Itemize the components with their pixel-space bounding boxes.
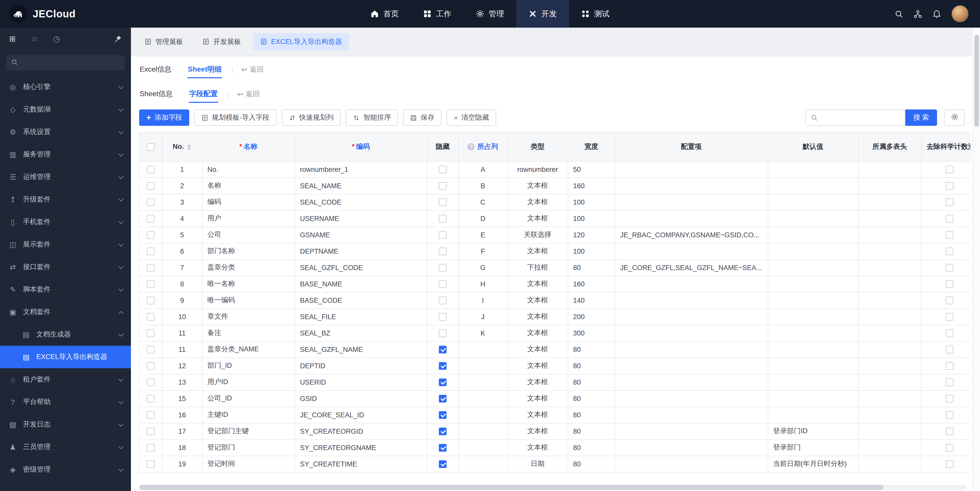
hidden-checkbox[interactable] — [439, 411, 447, 419]
horizontal-scrollbar[interactable] — [139, 485, 967, 490]
row-select-checkbox[interactable] — [147, 297, 155, 304]
sci-notation-checkbox[interactable] — [945, 280, 953, 288]
table-row[interactable]: 1No.rownumberer_1Arownumberer50 — [140, 161, 971, 178]
table-row[interactable]: 3编码SEAL_CODEC文本框100 — [140, 194, 971, 210]
sidebar-search[interactable] — [6, 55, 125, 71]
sci-notation-checkbox[interactable] — [945, 346, 953, 353]
tab-dev-board[interactable]: 开发展板 — [196, 33, 248, 50]
table-row[interactable]: 16主键IDJE_CORE_SEAL_ID文本框80 — [140, 407, 971, 423]
row-select-checkbox[interactable] — [147, 411, 155, 419]
nav-item-1[interactable]: 工作 — [411, 0, 464, 28]
user-avatar[interactable] — [951, 5, 969, 22]
vertical-scrollbar[interactable] — [972, 28, 980, 491]
row-select-checkbox[interactable] — [147, 362, 155, 370]
table-settings-button[interactable] — [944, 110, 965, 126]
sidebar-item-10[interactable]: ▣文档套件 — [0, 301, 131, 323]
sidebar-item-8[interactable]: ⇄接口套件 — [0, 256, 131, 278]
select-all-checkbox[interactable] — [147, 143, 155, 151]
table-row[interactable]: 13用户IDUSERID文本框80 — [140, 374, 971, 390]
sidebar-item-0[interactable]: ◎核心引擎 — [0, 76, 131, 98]
sidebar-item-15[interactable]: ▧开发日志 — [0, 413, 131, 436]
sci-notation-checkbox[interactable] — [945, 231, 953, 239]
table-row[interactable]: 8唯一名称BASE_NAMEH文本框160 — [140, 276, 971, 292]
nav-item-0[interactable]: 首页 — [358, 0, 411, 28]
row-select-checkbox[interactable] — [147, 280, 155, 288]
sci-notation-checkbox[interactable] — [945, 329, 953, 337]
search-icon[interactable] — [894, 10, 903, 18]
sidebar-item-14[interactable]: ?平台帮助 — [0, 391, 131, 413]
table-row[interactable]: 5公司GSNAMEE关联选择120JE_RBAC_COMPANY,GSNAME~… — [140, 227, 971, 243]
add-field-button[interactable]: + 添加字段 — [139, 110, 189, 126]
tab-field-config[interactable]: 字段配置 — [188, 84, 218, 104]
sidebar-item-16[interactable]: ♟三员管理 — [0, 436, 131, 458]
hidden-checkbox[interactable] — [439, 182, 447, 190]
sci-notation-checkbox[interactable] — [945, 313, 953, 321]
sci-notation-checkbox[interactable] — [945, 411, 953, 419]
app-logo[interactable]: JECloud — [0, 5, 131, 23]
plan-template-import-button[interactable]: 规划模板-导入字段 — [195, 110, 277, 126]
sci-notation-checkbox[interactable] — [945, 182, 953, 190]
sci-notation-checkbox[interactable] — [945, 427, 953, 435]
row-select-checkbox[interactable] — [147, 199, 155, 206]
sidebar-item-5[interactable]: ↥升级套件 — [0, 188, 131, 211]
row-select-checkbox[interactable] — [147, 248, 155, 255]
sci-notation-checkbox[interactable] — [945, 378, 953, 386]
hidden-checkbox[interactable] — [439, 264, 447, 272]
hidden-checkbox[interactable] — [439, 313, 447, 321]
recent-clock-icon[interactable]: ◷ — [53, 34, 60, 43]
hidden-checkbox[interactable] — [439, 297, 447, 304]
bell-icon[interactable] — [932, 10, 941, 18]
hidden-checkbox[interactable] — [439, 280, 447, 288]
sidebar-item-7[interactable]: ◫展示套件 — [0, 233, 131, 256]
hidden-checkbox[interactable] — [439, 215, 447, 222]
sidebar-item-9[interactable]: ✎脚本套件 — [0, 278, 131, 301]
quick-plan-columns-button[interactable]: 快速规划列 — [282, 110, 341, 126]
smart-sort-button[interactable]: 保存 智能排序 — [346, 110, 398, 126]
sci-notation-checkbox[interactable] — [945, 444, 953, 451]
hidden-checkbox[interactable] — [439, 166, 447, 173]
tab-sheet-info[interactable]: Sheet信息 — [139, 84, 173, 104]
table-search-input[interactable] — [822, 114, 900, 121]
tab-excel-builder[interactable]: EXCEL导入导出构造器 — [254, 33, 349, 50]
sidebar-item-2[interactable]: ⚙系统设置 — [0, 121, 131, 143]
row-select-checkbox[interactable] — [147, 460, 155, 468]
table-row[interactable]: 11盖章分类_NAMESEAL_GZFL_NAME文本框80 — [140, 341, 971, 358]
sidebar-item-1[interactable]: ◇元数据湖 — [0, 98, 131, 121]
row-select-checkbox[interactable] — [147, 444, 155, 451]
tab-sheet-detail[interactable]: Sheet明细 — [187, 59, 222, 80]
back-button[interactable]: ↩ 返回 — [237, 89, 259, 99]
sci-notation-checkbox[interactable] — [945, 460, 953, 468]
row-select-checkbox[interactable] — [147, 378, 155, 386]
hidden-checkbox[interactable] — [439, 378, 447, 386]
sidebar-item-6[interactable]: ▯手机套件 — [0, 211, 131, 233]
sci-notation-checkbox[interactable] — [945, 362, 953, 370]
sci-notation-checkbox[interactable] — [945, 248, 953, 255]
hidden-checkbox[interactable] — [439, 460, 447, 468]
table-row[interactable]: 12部门_IDDEPTID文本框80 — [140, 358, 971, 374]
table-row[interactable]: 2名称SEAL_NAMEB文本框160 — [140, 178, 971, 194]
sci-notation-checkbox[interactable] — [945, 215, 953, 222]
save-button[interactable]: 保存 — [403, 110, 442, 126]
horizontal-scrollbar-thumb[interactable] — [139, 485, 884, 490]
sci-notation-checkbox[interactable] — [945, 199, 953, 206]
apps-grid-icon[interactable]: ⊞ — [9, 34, 16, 43]
hidden-checkbox[interactable] — [439, 346, 447, 353]
org-chart-icon[interactable] — [913, 10, 922, 18]
table-row[interactable]: 7盖章分类SEAL_GZFL_CODEG下拉框80JE_CORE_GZFL,SE… — [140, 259, 971, 276]
tab-excel-info[interactable]: Excel信息 — [139, 59, 172, 80]
hidden-checkbox[interactable] — [439, 248, 447, 255]
sidebar-item-3[interactable]: ▥服务管理 — [0, 143, 131, 166]
row-select-checkbox[interactable] — [147, 166, 155, 173]
vertical-scrollbar-thumb[interactable] — [974, 35, 979, 127]
table-row[interactable]: 9唯一编码BASE_CODEI文本框140 — [140, 292, 971, 308]
nav-item-3[interactable]: 开发 — [516, 0, 569, 28]
hidden-checkbox[interactable] — [439, 199, 447, 206]
tab-manage-board[interactable]: 管理展板 — [138, 33, 190, 50]
hidden-checkbox[interactable] — [439, 362, 447, 370]
hidden-checkbox[interactable] — [439, 444, 447, 451]
sidebar-item-4[interactable]: ☰运维管理 — [0, 166, 131, 188]
sci-notation-checkbox[interactable] — [945, 395, 953, 402]
table-search-box[interactable] — [805, 110, 905, 126]
table-row[interactable]: 10章文件SEAL_FILEJ文本框200 — [140, 308, 971, 325]
row-select-checkbox[interactable] — [147, 264, 155, 272]
